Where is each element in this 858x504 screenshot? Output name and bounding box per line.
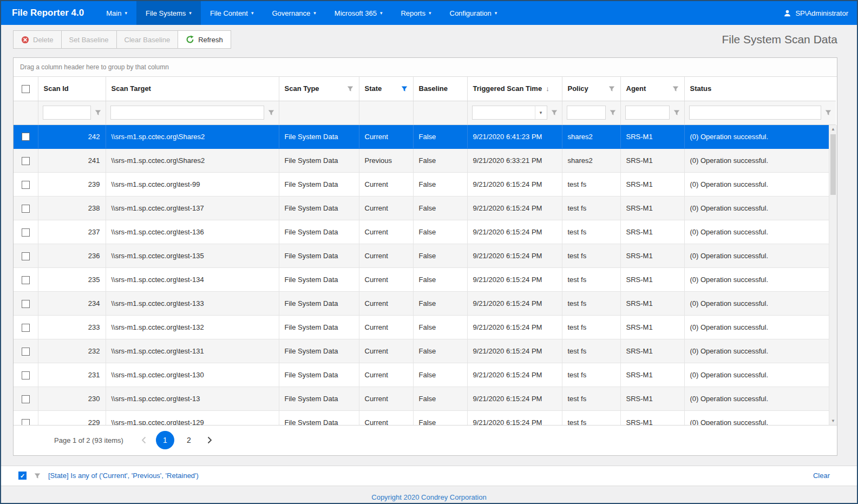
agent-filter-input[interactable] <box>625 106 670 120</box>
table-row[interactable]: 230 \\srs-m1.sp.cctec.org\test-13 File S… <box>14 387 836 411</box>
nav-item-main[interactable]: Main▾ <box>97 1 136 25</box>
cell-status: (0) Operation successful. <box>684 197 836 220</box>
chevron-down-icon: ▾ <box>189 10 192 16</box>
table-row[interactable]: 239 \\srs-m1.sp.cctec.org\test-99 File S… <box>14 173 836 197</box>
select-all-checkbox[interactable] <box>22 85 30 93</box>
row-checkbox[interactable] <box>22 300 30 308</box>
nav-item-reports[interactable]: Reports▾ <box>391 1 440 25</box>
table-row[interactable]: 241 \\srs-m1.sp.cctec.org\Shares2 File S… <box>14 149 836 173</box>
cell-policy: test fs <box>562 220 620 244</box>
column-header-scan-target[interactable]: Scan Target <box>106 77 279 101</box>
chevron-down-icon[interactable]: ▾ <box>535 106 547 119</box>
row-checkbox[interactable] <box>22 395 30 403</box>
scan-target-filter-input[interactable] <box>110 106 264 120</box>
vertical-scrollbar[interactable]: ▲ ▼ <box>829 125 837 425</box>
scroll-up-button[interactable]: ▲ <box>829 125 837 133</box>
triggered-time-filter-dropdown[interactable]: ▾ <box>472 106 547 120</box>
pager-prev-button[interactable] <box>137 434 150 447</box>
triggered-time-filter-icon[interactable] <box>551 109 558 116</box>
scan-table-body: 242 \\srs-m1.sp.cctec.org\Shares2 File S… <box>14 125 836 425</box>
policy-filter-icon[interactable] <box>608 86 615 92</box>
row-checkbox[interactable] <box>22 205 30 213</box>
column-header-agent[interactable]: Agent <box>620 77 684 101</box>
status-filter-input[interactable] <box>689 106 822 120</box>
table-row[interactable]: 232 \\srs-m1.sp.cctec.org\test-131 File … <box>14 339 836 363</box>
copyright-text: Copyright 2020 Condrey Corporation <box>371 493 486 501</box>
table-row[interactable]: 231 \\srs-m1.sp.cctec.org\test-130 File … <box>14 363 836 387</box>
filter-cell-scan-id <box>38 101 106 125</box>
column-header-triggered-scan-time[interactable]: Triggered Scan Time ↓ <box>467 77 562 101</box>
cell-baseline: False <box>413 411 467 425</box>
cell-triggered-time: 9/21/2020 6:15:24 PM <box>467 173 562 197</box>
table-row[interactable]: 235 \\srs-m1.sp.cctec.org\test-134 File … <box>14 268 836 292</box>
nav-item-microsoft-365[interactable]: Microsoft 365▾ <box>325 1 392 25</box>
nav-item-configuration[interactable]: Configuration▾ <box>441 1 507 25</box>
scan-target-filter-icon[interactable] <box>268 109 274 116</box>
row-checkbox[interactable] <box>22 181 30 189</box>
delete-button[interactable]: Delete <box>13 30 62 49</box>
cell-scan-type: File System Data <box>279 197 359 220</box>
pager-next-button[interactable] <box>204 434 217 447</box>
group-panel[interactable]: Drag a column header here to group by th… <box>14 58 837 77</box>
cell-status: (0) Operation successful. <box>684 173 836 197</box>
table-row[interactable]: 236 \\srs-m1.sp.cctec.org\test-135 File … <box>14 244 836 268</box>
filter-enabled-checkbox[interactable]: ✓ <box>18 472 27 480</box>
column-header-label: Scan Target <box>112 84 151 93</box>
pager-page-1[interactable]: 1 <box>156 431 174 449</box>
cell-triggered-time: 9/21/2020 6:15:24 PM <box>467 316 562 339</box>
policy-filter-input[interactable] <box>567 106 606 120</box>
scrollbar-thumb[interactable] <box>830 134 836 195</box>
table-row[interactable]: 234 \\srs-m1.sp.cctec.org\test-133 File … <box>14 292 836 316</box>
cell-policy: test fs <box>562 363 620 387</box>
cell-scan-type: File System Data <box>279 125 359 149</box>
filter-expression[interactable]: [State] Is any of ('Current', 'Previous'… <box>48 472 199 480</box>
clear-baseline-button[interactable]: Clear Baseline <box>116 30 179 49</box>
column-header-scan-type[interactable]: Scan Type <box>279 77 359 101</box>
status-filter-icon[interactable] <box>825 109 831 116</box>
row-checkbox[interactable] <box>22 371 30 379</box>
scan-id-filter-input[interactable] <box>43 106 91 120</box>
table-row[interactable]: 237 \\srs-m1.sp.cctec.org\test-136 File … <box>14 220 836 244</box>
column-header-scan-id[interactable]: Scan Id <box>38 77 106 101</box>
column-header-label: Triggered Scan Time <box>473 84 542 93</box>
policy-filter-row-icon[interactable] <box>610 109 616 116</box>
column-header-status[interactable]: Status <box>684 77 836 101</box>
column-header-label: Status <box>690 84 712 93</box>
nav-item-file-systems[interactable]: File Systems▾ <box>136 1 201 25</box>
refresh-button[interactable]: Refresh <box>178 30 231 49</box>
filter-cell-policy <box>562 101 620 125</box>
table-row[interactable]: 242 \\srs-m1.sp.cctec.org\Shares2 File S… <box>14 125 836 149</box>
column-header-policy[interactable]: Policy <box>562 77 620 101</box>
scan-type-filter-icon[interactable] <box>347 86 353 92</box>
scroll-down-button[interactable]: ▼ <box>829 417 837 425</box>
table-row[interactable]: 233 \\srs-m1.sp.cctec.org\test-132 File … <box>14 316 836 339</box>
cell-scan-id: 236 <box>38 244 106 268</box>
column-header-baseline[interactable]: Baseline <box>413 77 467 101</box>
cell-scan-type: File System Data <box>279 387 359 411</box>
cell-scan-target: \\srs-m1.sp.cctec.org\test-130 <box>106 363 279 387</box>
row-checkbox[interactable] <box>22 419 30 425</box>
column-header-label: Agent <box>626 84 646 93</box>
scan-id-filter-icon[interactable] <box>95 109 101 116</box>
nav-item-file-content[interactable]: File Content▾ <box>201 1 263 25</box>
app-title: File Reporter 4.0 <box>1 1 97 25</box>
row-checkbox[interactable] <box>22 228 30 237</box>
table-row[interactable]: 229 \\srs-m1.sp.cctec.org\test-129 File … <box>14 411 836 425</box>
row-checkbox[interactable] <box>22 133 30 141</box>
user-menu[interactable]: SP\Administrator <box>775 1 857 25</box>
agent-filter-icon[interactable] <box>672 86 679 92</box>
agent-filter-row-icon[interactable] <box>673 109 680 116</box>
row-checkbox[interactable] <box>22 252 30 260</box>
set-baseline-button[interactable]: Set Baseline <box>61 30 117 49</box>
row-checkbox[interactable] <box>22 348 30 356</box>
pager-page-2[interactable]: 2 <box>180 431 198 449</box>
state-filter-active-icon[interactable] <box>401 86 408 92</box>
column-header-state[interactable]: State <box>359 77 413 101</box>
nav-item-governance[interactable]: Governance▾ <box>263 1 325 25</box>
row-checkbox[interactable] <box>22 276 30 284</box>
row-checkbox[interactable] <box>22 324 30 332</box>
row-checkbox[interactable] <box>22 157 30 165</box>
clear-filter-link[interactable]: Clear <box>813 472 830 480</box>
table-row[interactable]: 238 \\srs-m1.sp.cctec.org\test-137 File … <box>14 197 836 220</box>
toolbar: Delete Set Baseline Clear Baseline Refre… <box>1 25 857 54</box>
